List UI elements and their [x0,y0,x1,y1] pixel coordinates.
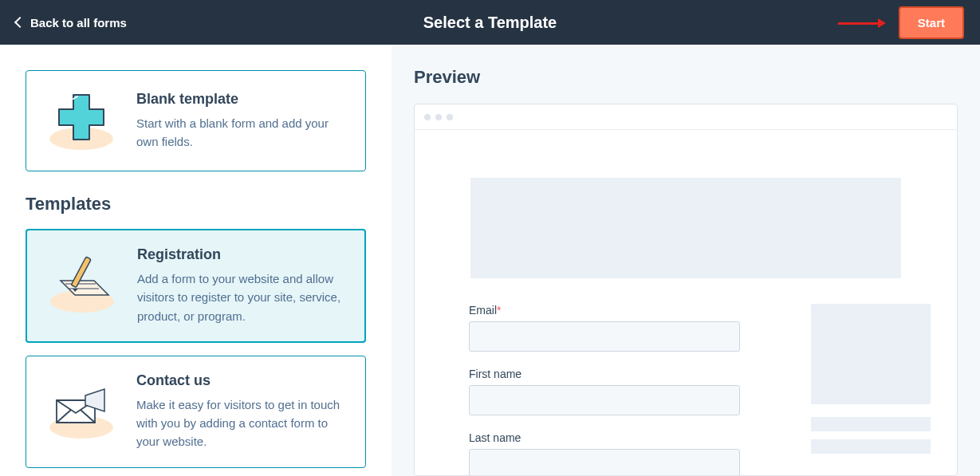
back-to-forms-link[interactable]: Back to all forms [16,16,127,30]
last-name-input[interactable] [469,449,740,475]
hero-placeholder [470,178,901,278]
preview-scroll[interactable]: Email* First name Last name [415,130,957,475]
card-desc: Add a form to your website and allow vis… [137,269,345,325]
email-label: Email* [469,304,740,317]
preview-side-column [811,304,931,475]
templates-heading: Templates [26,194,366,214]
start-button[interactable]: Start [899,6,964,39]
header-bar: Back to all forms Select a Template Star… [0,0,980,45]
envelope-icon [45,378,117,446]
preview-pane: Preview Email* First name [392,45,980,476]
preview-heading: Preview [414,67,958,88]
registration-icon [46,252,118,320]
plus-icon [45,87,117,155]
main-layout: Blank template Start with a blank form a… [0,45,980,476]
template-card-contact-us[interactable]: Contact us Make it easy for visitors to … [26,356,366,468]
preview-form: Email* First name Last name [469,304,740,475]
side-placeholder [811,439,931,454]
annotation-arrow-icon [838,18,886,28]
card-title: Blank template [136,91,346,108]
preview-window: Email* First name Last name [414,104,958,476]
card-title: Registration [137,246,345,263]
card-desc: Start with a blank form and add your own… [136,114,346,151]
template-list-pane[interactable]: Blank template Start with a blank form a… [0,45,392,476]
window-chrome [415,104,957,130]
window-dot-icon [435,114,442,120]
first-name-input[interactable] [469,385,740,415]
side-placeholder [811,417,931,431]
back-label: Back to all forms [30,16,127,30]
last-name-label: Last name [469,431,740,444]
window-dot-icon [447,114,453,120]
side-placeholder [811,304,931,404]
page-title: Select a Template [423,14,557,32]
chevron-left-icon [14,17,26,28]
template-card-blank[interactable]: Blank template Start with a blank form a… [26,70,366,171]
card-desc: Make it easy for visitors to get in touc… [136,395,346,451]
first-name-label: First name [469,368,740,380]
window-dot-icon [424,114,431,120]
card-title: Contact us [136,372,346,389]
email-input[interactable] [469,321,740,352]
template-card-registration[interactable]: Registration Add a form to your website … [26,229,366,343]
